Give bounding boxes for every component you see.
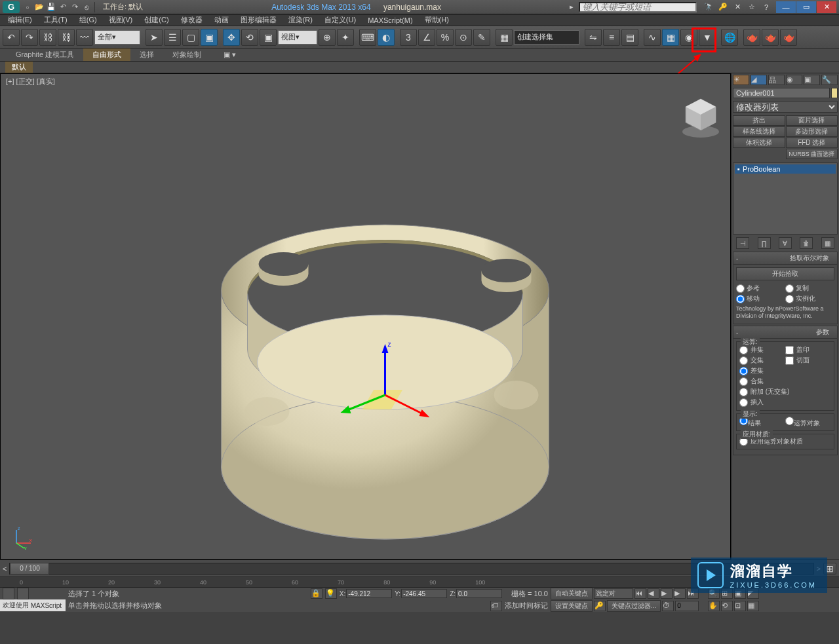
tab-display[interactable]: ▣	[804, 75, 820, 85]
bind-spacewarp-button[interactable]: 〰	[76, 29, 93, 46]
redo-button[interactable]: ↷	[21, 29, 38, 46]
modifier-list[interactable]: 修改器列表	[733, 101, 838, 113]
save-icon[interactable]: 💾	[46, 2, 56, 12]
ribbon-tab-freeform[interactable]: 自由形式	[83, 48, 130, 61]
object-name-input[interactable]	[733, 88, 830, 98]
radio-operands[interactable]: 运算对象	[785, 417, 831, 428]
radio-move[interactable]: 移动	[736, 294, 785, 304]
selection-filter[interactable]: 全部 ▾	[94, 30, 140, 45]
keyboard-shortcut-button[interactable]: ⌨	[359, 29, 376, 46]
tab-motion[interactable]: ◉	[786, 75, 802, 85]
z-input[interactable]	[456, 589, 502, 598]
menu-animation[interactable]: 动画	[209, 15, 234, 25]
star-icon[interactable]: ☆	[747, 2, 757, 12]
render-frame-button[interactable]: 🌐	[721, 29, 738, 46]
layer-button[interactable]: ▤	[621, 29, 638, 46]
schematic-button[interactable]: ▦	[662, 29, 679, 46]
binoculars-icon[interactable]: 🔭	[703, 2, 714, 12]
viewport[interactable]: [+] [正交] [真实]	[0, 73, 731, 559]
menu-views[interactable]: 视图(V)	[104, 15, 138, 25]
radio-subtract[interactable]: 差集	[739, 366, 831, 376]
script-icon[interactable]	[3, 588, 14, 599]
pan-icon[interactable]: ✋	[708, 601, 720, 611]
redo-icon[interactable]: ↷	[69, 2, 80, 12]
link-icon[interactable]: ⎋	[81, 2, 92, 12]
workspace-label[interactable]: 工作台: 默认	[103, 2, 143, 12]
exchange-icon[interactable]: ✕	[732, 2, 743, 12]
ribbon-tab-select[interactable]: 选择	[130, 48, 163, 61]
x-input[interactable]	[346, 589, 392, 598]
undo-button[interactable]: ↶	[3, 29, 20, 46]
menu-render[interactable]: 渲染(R)	[283, 15, 318, 25]
menu-group[interactable]: 组(G)	[74, 15, 102, 25]
tab-utilities[interactable]: 🔧	[821, 75, 838, 85]
ribbon-default-panel[interactable]: 默认	[5, 62, 33, 73]
check-imprint[interactable]: 盖印	[785, 345, 831, 355]
render-iterative-button[interactable]: 🫖	[762, 29, 779, 46]
next-frame-icon[interactable]: ▶	[674, 588, 686, 599]
time-tag-icon[interactable]: 🏷	[490, 601, 502, 611]
percent-snap-button[interactable]: %	[437, 29, 454, 46]
btn-poly-select[interactable]: 多边形选择	[786, 126, 838, 137]
min-max-icon[interactable]: ▦	[747, 601, 759, 611]
time-config-icon[interactable]: ⏱	[662, 601, 674, 611]
search-input[interactable]	[579, 2, 697, 12]
maximize-vp-icon[interactable]: ⊡	[734, 601, 746, 611]
scale-button[interactable]: ▣	[260, 29, 277, 46]
render-last-button[interactable]: 🫖	[780, 29, 797, 46]
menu-create[interactable]: 创建(C)	[139, 15, 174, 25]
radio-insert[interactable]: 插入	[739, 397, 831, 407]
ribbon-tab-graphite[interactable]: Graphite 建模工具	[7, 48, 83, 61]
move-button[interactable]: ✥	[223, 29, 240, 46]
mirror-button[interactable]: ⇋	[585, 29, 602, 46]
modifier-stack[interactable]: ▪ProBoolean	[733, 162, 838, 235]
named-selection-set[interactable]: 创建选择集	[514, 30, 579, 45]
menu-modifiers[interactable]: 修改器	[176, 15, 208, 25]
radio-attach[interactable]: 附加 (无交集)	[739, 387, 831, 397]
link-button[interactable]: ⛓	[39, 29, 56, 46]
undo-icon[interactable]: ↶	[58, 2, 68, 12]
make-unique-icon[interactable]: ∀	[779, 237, 792, 249]
select-by-name-button[interactable]: ☰	[164, 29, 181, 46]
prev-frame-icon[interactable]: ◀	[648, 588, 659, 599]
snap-3-button[interactable]: 3	[400, 29, 417, 46]
ref-coord-system[interactable]: 视图 ▾	[278, 30, 317, 45]
check-cookie[interactable]: 切面	[785, 355, 831, 366]
key-big-icon[interactable]: 🔑	[594, 601, 606, 611]
radio-intersect[interactable]: 交集	[739, 355, 785, 366]
key-filters-button[interactable]: 关键点过滤器...	[607, 600, 661, 612]
start-pick-button[interactable]: 开始拾取	[736, 267, 834, 280]
radio-reference[interactable]: 参考	[736, 283, 785, 294]
pin-stack-icon[interactable]: ⊣	[736, 237, 749, 249]
goto-start-icon[interactable]: ⏮	[634, 588, 646, 599]
add-time-tag[interactable]: 添加时间标记	[505, 601, 548, 611]
edit-selection-button[interactable]: ✎	[473, 29, 490, 46]
timeline-prev-icon[interactable]: <	[3, 565, 7, 573]
key-selection-dropdown[interactable]: 选定对	[594, 588, 633, 599]
btn-vol-select[interactable]: 体积选择	[733, 138, 785, 148]
app-menu-icon[interactable]: G	[3, 1, 20, 13]
menu-help[interactable]: 帮助(H)	[420, 15, 454, 25]
radio-merge[interactable]: 合集	[739, 376, 831, 387]
render-setup-button[interactable]: ▼	[699, 29, 716, 46]
snap-toggle-button[interactable]: ◐	[378, 29, 395, 46]
rollout-title[interactable]: 拾取布尔对象	[790, 254, 829, 263]
remove-mod-icon[interactable]: 🗑	[800, 237, 813, 249]
setkey-button[interactable]: 设置关键点	[551, 600, 593, 612]
named-selection-button[interactable]: ▦	[496, 29, 513, 46]
current-frame-input[interactable]	[675, 601, 699, 611]
search-play-icon[interactable]: ▸	[570, 3, 574, 11]
menu-edit[interactable]: 编辑(E)	[3, 15, 37, 25]
viewcube[interactable]	[678, 94, 724, 140]
key-icon[interactable]: 🔑	[718, 2, 728, 12]
curve-editor-button[interactable]: ∿	[644, 29, 661, 46]
manipulate-button[interactable]: ✦	[337, 29, 354, 46]
rect-select-button[interactable]: ▢	[182, 29, 199, 46]
ribbon-tab-objpaint[interactable]: 对象绘制	[163, 48, 210, 61]
btn-extrude[interactable]: 挤出	[733, 115, 785, 126]
object-color-swatch[interactable]	[831, 88, 838, 98]
unlink-button[interactable]: ⛓	[58, 29, 75, 46]
listener-icon[interactable]	[17, 588, 29, 599]
material-editor-button[interactable]: ◉	[680, 29, 697, 46]
btn-patch-select[interactable]: 面片选择	[786, 115, 838, 126]
